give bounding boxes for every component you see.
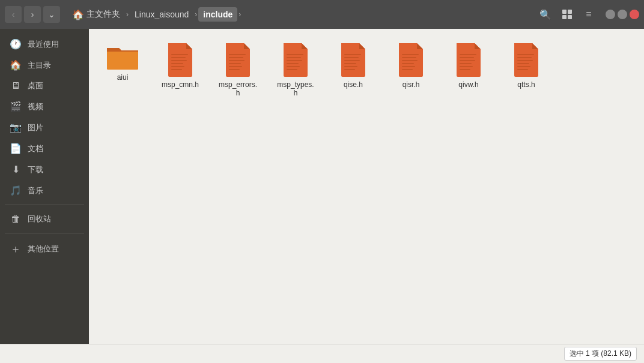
file-item-qivw[interactable]: qivw.h [445, 38, 493, 101]
file-item-msp-types[interactable]: msp_types.h [272, 38, 320, 101]
svg-rect-9 [171, 69, 182, 70]
breadcrumb-linux[interactable]: Linux_aisound [130, 7, 193, 22]
trash-icon: 🗑 [10, 214, 22, 224]
header-file-icon-qtts [512, 42, 541, 78]
svg-rect-7 [171, 63, 183, 64]
sidebar-item-download[interactable]: ⬇ 下载 [2, 160, 87, 179]
view-toggle-button[interactable] [557, 5, 577, 24]
sidebar-divider [5, 205, 84, 205]
breadcrumb-include[interactable]: include [198, 7, 237, 22]
sidebar-item-music-label: 音乐 [28, 185, 43, 196]
sidebar-item-other[interactable]: ＋ 其他位置 [2, 238, 87, 260]
file-name-msp-types: msp_types.h [275, 80, 316, 97]
svg-rect-16 [287, 54, 303, 55]
file-name-qivw: qivw.h [458, 80, 478, 89]
sidebar-item-desktop[interactable]: 🖥 桌面 [2, 76, 87, 95]
header-file-icon-msp-types [281, 42, 310, 78]
sidebar-item-photo[interactable]: 📷 图片 [2, 118, 87, 137]
file-item-qisr[interactable]: qisr.h [387, 38, 435, 101]
desktop-icon: 🖥 [10, 80, 22, 91]
svg-rect-39 [460, 69, 470, 70]
svg-rect-38 [460, 66, 473, 67]
sidebar-item-doc[interactable]: 📄 文档 [2, 139, 87, 158]
sidebar-item-music[interactable]: 🎵 音乐 [2, 181, 87, 200]
sidebar-item-download-label: 下载 [28, 164, 43, 175]
sidebar-item-home[interactable]: 🏠 主目录 [2, 55, 87, 75]
breadcrumb-include-label: include [203, 10, 232, 19]
forward-button[interactable]: › [24, 6, 41, 23]
file-name-qise: qise.h [344, 80, 363, 89]
file-item-msp-cmn[interactable]: msp_cmn.h [156, 38, 204, 101]
titlebar-actions: 🔍 ≡ [536, 5, 598, 24]
close-button[interactable] [630, 10, 639, 19]
sidebar-item-recent[interactable]: 🕐 最近使用 [2, 34, 87, 54]
video-icon: 🎬 [10, 101, 22, 112]
sidebar-item-photo-label: 图片 [28, 122, 43, 133]
breadcrumb-home[interactable]: 🏠 主文件夹 [67, 7, 125, 23]
window-controls [606, 10, 639, 19]
file-name-msp-cmn: msp_cmn.h [162, 80, 199, 89]
sidebar-item-trash-label: 回收站 [28, 214, 51, 224]
svg-rect-12 [229, 60, 245, 61]
svg-rect-20 [287, 66, 300, 67]
header-file-icon-qise [339, 42, 368, 78]
svg-rect-1 [568, 10, 572, 14]
breadcrumb-sep-3: › [238, 10, 241, 19]
svg-rect-33 [402, 69, 413, 70]
svg-rect-0 [562, 10, 567, 14]
music-icon: 🎵 [10, 185, 22, 196]
sidebar-item-video[interactable]: 🎬 视频 [2, 97, 87, 116]
svg-rect-30 [402, 60, 418, 61]
svg-rect-44 [517, 66, 530, 67]
statusbar: 选中 1 项 (82.1 KB) [0, 344, 644, 363]
svg-rect-18 [287, 60, 302, 61]
file-item-qtts[interactable]: qtts.h [502, 38, 550, 101]
svg-rect-42 [517, 60, 533, 61]
minimize-button[interactable] [606, 10, 615, 19]
doc-icon: 📄 [10, 143, 22, 154]
file-name-msp-errors: msp_errors.h [217, 80, 258, 97]
svg-rect-34 [460, 54, 476, 55]
main-layout: 🕐 最近使用 🏠 主目录 🖥 桌面 🎬 视频 📷 图片 📄 文档 ⬇ 下载 🎵 [0, 29, 644, 344]
file-item-qise[interactable]: qise.h [329, 38, 377, 101]
svg-rect-32 [402, 66, 415, 67]
file-item-msp-errors[interactable]: msp_errors.h [214, 38, 262, 101]
breadcrumb: 🏠 主文件夹 › Linux_aisound › include › [62, 7, 533, 23]
menu-button[interactable]: ≡ [579, 5, 598, 24]
breadcrumb-linux-label: Linux_aisound [135, 10, 189, 19]
svg-rect-43 [517, 63, 529, 64]
breadcrumb-home-label: 主文件夹 [87, 9, 120, 20]
svg-rect-29 [402, 57, 416, 58]
home-icon: 🏠 [72, 9, 84, 20]
sidebar: 🕐 最近使用 🏠 主目录 🖥 桌面 🎬 视频 📷 图片 📄 文档 ⬇ 下载 🎵 [0, 29, 89, 344]
file-item-aiui[interactable]: aiui [99, 38, 147, 101]
folder-icon [106, 42, 139, 71]
sidebar-item-trash[interactable]: 🗑 回收站 [2, 209, 87, 229]
svg-rect-41 [517, 57, 532, 58]
svg-rect-10 [229, 54, 246, 55]
svg-rect-35 [460, 57, 474, 58]
svg-rect-14 [229, 66, 242, 67]
maximize-button[interactable] [618, 10, 627, 19]
svg-rect-37 [460, 63, 472, 64]
svg-rect-31 [402, 63, 414, 64]
svg-rect-28 [402, 54, 419, 55]
svg-rect-27 [344, 69, 355, 70]
svg-rect-8 [171, 66, 184, 67]
up-button[interactable]: ⌄ [43, 6, 60, 23]
svg-rect-26 [344, 66, 357, 67]
svg-rect-45 [517, 69, 528, 70]
svg-rect-23 [344, 57, 359, 58]
status-badge: 选中 1 项 (82.1 KB) [564, 347, 637, 361]
svg-rect-5 [171, 57, 186, 58]
header-file-icon-qisr [396, 42, 425, 78]
svg-rect-15 [229, 69, 240, 70]
sidebar-divider-2 [5, 233, 84, 233]
file-area: aiui [89, 29, 644, 344]
svg-rect-11 [229, 57, 243, 58]
header-file-icon-msp-errors [223, 42, 252, 78]
svg-rect-21 [287, 69, 297, 70]
other-icon: ＋ [10, 242, 22, 256]
search-button[interactable]: 🔍 [536, 5, 555, 24]
back-button[interactable]: ‹ [5, 6, 22, 23]
